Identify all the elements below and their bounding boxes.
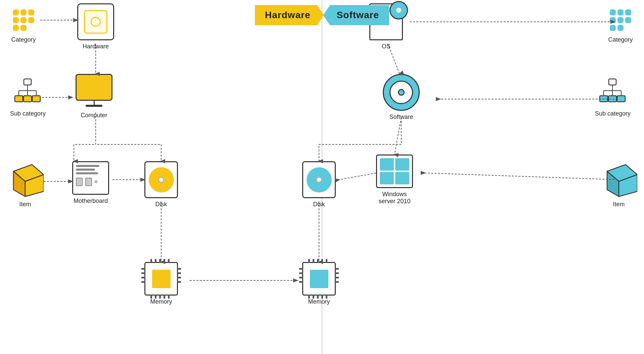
- left-subcategory-icon: [13, 77, 43, 107]
- right-item-node: Item: [600, 161, 637, 208]
- left-item-node: Item: [7, 161, 44, 208]
- left-item-icon: [7, 161, 44, 198]
- svg-rect-19: [608, 96, 616, 102]
- header-banner: Hardware Software: [255, 5, 389, 25]
- software-banner: Software: [323, 5, 389, 25]
- svg-rect-6: [15, 96, 23, 102]
- svg-rect-7: [24, 96, 32, 102]
- svg-rect-20: [617, 96, 625, 102]
- left-disk-label: Disk: [155, 201, 167, 208]
- left-disk-icon: [144, 161, 178, 198]
- right-windows-label: Windows server 2010: [378, 191, 410, 205]
- right-subcategory-label: Sub category: [595, 110, 631, 117]
- left-subcategory-label: Sub category: [10, 110, 46, 117]
- right-disk-icon: [302, 161, 336, 198]
- right-software-icon: [383, 74, 420, 111]
- left-category-node: Category: [10, 7, 37, 43]
- right-item-icon: [600, 161, 637, 198]
- left-motherboard-node: Motherboard: [72, 161, 109, 205]
- right-windows-icon: [376, 154, 413, 188]
- svg-rect-8: [32, 96, 40, 102]
- left-memory-label: Memory: [150, 298, 172, 305]
- left-computer-node: Computer: [74, 74, 114, 119]
- right-category-icon: [607, 7, 634, 34]
- left-motherboard-icon: [72, 161, 109, 195]
- left-memory-node: Memory: [144, 262, 178, 305]
- left-item-label: Item: [19, 201, 31, 208]
- left-computer-icon: [74, 74, 114, 109]
- right-software-label: Software: [389, 114, 413, 121]
- left-category-icon: [10, 7, 37, 34]
- left-computer-label: Computer: [81, 112, 107, 119]
- hardware-banner: Hardware: [255, 5, 324, 25]
- right-os-label: OS: [382, 43, 390, 50]
- left-motherboard-label: Motherboard: [74, 197, 108, 205]
- left-subcategory-node: Sub category: [10, 77, 46, 117]
- right-disk-node: Disk: [302, 161, 336, 208]
- right-category-label: Category: [608, 36, 633, 43]
- svg-rect-12: [609, 79, 616, 85]
- svg-line-33: [395, 118, 401, 154]
- right-disk-label: Disk: [313, 201, 325, 208]
- right-memory-left-label: Memory: [308, 298, 330, 305]
- svg-line-35: [339, 173, 376, 180]
- svg-rect-0: [24, 79, 31, 85]
- right-memory-left-icon: [302, 262, 336, 296]
- right-memory-left-node: Memory: [302, 262, 336, 305]
- left-hardware-icon: [77, 3, 114, 40]
- left-hardware-node: Hardware: [77, 3, 114, 50]
- left-category-label: Category: [11, 36, 36, 43]
- right-software-node: Software: [383, 74, 420, 121]
- left-hardware-label: Hardware: [83, 43, 109, 50]
- svg-rect-18: [600, 96, 608, 102]
- right-item-label: Item: [613, 201, 625, 208]
- right-subcategory-icon: [598, 77, 628, 107]
- right-windows-node: Windows server 2010: [376, 154, 413, 205]
- left-disk-node: Disk: [144, 161, 178, 208]
- right-category-node: Category: [607, 7, 634, 43]
- right-subcategory-node: Sub category: [595, 77, 631, 117]
- left-memory-icon: [144, 262, 178, 296]
- svg-line-34: [425, 173, 618, 180]
